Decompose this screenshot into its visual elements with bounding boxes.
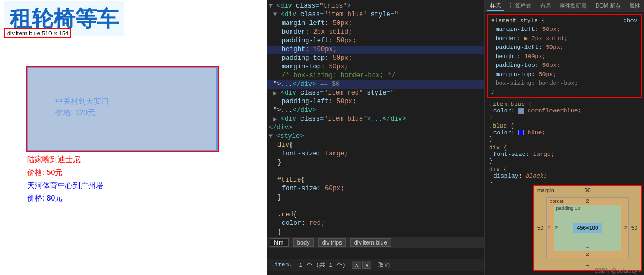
code-line: }: [267, 159, 484, 167]
padding-bottom-dash: −: [586, 245, 589, 250]
item-blue-text: 中关村到天安门 价格: 120元: [55, 96, 216, 118]
border-left-val: 2: [548, 225, 551, 230]
tab-dom-breakpoints[interactable]: DOM 断点: [592, 1, 624, 11]
padding-left-val: 2: [555, 225, 558, 230]
tab-styles[interactable]: 样式: [487, 1, 504, 11]
element-size-label: div.item.blue 510 × 154: [4, 28, 71, 38]
css-props-list: margin-left: 50px; border: ▶ 2px solid; …: [491, 25, 637, 88]
element-style-header: element.style { :hov: [491, 17, 637, 24]
css-prop-height: height: 100px;: [496, 52, 637, 61]
css-prop-box-sizing: box-sizing: border-box;: [496, 79, 637, 88]
code-line: padding-left: 50px;: [267, 98, 484, 107]
tab-body[interactable]: body: [293, 238, 314, 247]
code-line: padding-top: 50px;: [267, 54, 484, 63]
margin-top-val: 50: [584, 188, 590, 193]
element-style-section: element.style { :hov margin-left: 50px; …: [487, 14, 642, 98]
arrow-icon: ▶: [273, 89, 280, 97]
margin-left-val: 50: [537, 225, 543, 231]
code-line: ▼ <div class="item blue" style=": [267, 11, 484, 20]
tab-div-item-blue[interactable]: div.item.blue: [350, 238, 391, 247]
css-prop-padding-left: padding-left: 50px;: [496, 43, 637, 52]
code-line: ">...</div> == $0: [267, 80, 484, 89]
tab-layout[interactable]: 布局: [537, 1, 554, 11]
code-line: ▼ <div class="trips">: [267, 2, 484, 11]
devtools-styles-panel: 样式 计算样式 布局 事件监听器 DOM 断点 属性 element.style…: [484, 0, 644, 275]
code-line: #title {: [267, 176, 484, 185]
box-model-diagram: margin 50 50 50 border 2 2 padding 50 2 …: [533, 185, 642, 271]
border-right-val: 2: [624, 225, 627, 230]
tab-properties[interactable]: 属性: [626, 1, 643, 11]
hov-button[interactable]: :hov: [623, 17, 637, 24]
code-lines: ▼ <div class="trips"> ▼ <div class="item…: [267, 0, 484, 239]
css-prop-border: border: ▶ 2px solid;: [496, 34, 637, 43]
arrow-icon: ▼: [273, 11, 280, 18]
code-line: height: 100px;: [267, 46, 484, 54]
margin-label: margin: [537, 188, 554, 193]
nav-up-button[interactable]: ∧: [352, 261, 361, 269]
code-line: .red {: [267, 211, 484, 220]
devtools-tab-bar: 样式 计算样式 布局 事件监听器 DOM 断点 属性: [485, 0, 644, 12]
breadcrumb-text: .item.: [271, 261, 293, 268]
css-rule-div-fontsize: div { font-size: large; }: [485, 143, 644, 165]
tab-computed[interactable]: 计算样式: [506, 1, 535, 11]
code-line: ▼ <style>: [267, 133, 484, 141]
code-line: border: 2px solid;: [267, 28, 484, 37]
item-red: 陆家嘴到迪士尼 价格: 50元: [0, 153, 267, 179]
item-blue2: 天河体育中心到广州塔 价格: 80元: [0, 179, 267, 205]
margin-bottom-val: −: [586, 262, 589, 268]
code-line: [267, 167, 484, 176]
margin-right-val: 50: [631, 225, 637, 231]
css-rule-div-display: div { display: block; }: [485, 165, 644, 187]
code-line: margin-top: 50px;: [267, 63, 484, 72]
content-size: 456×100: [573, 223, 601, 233]
tab-div-trips[interactable]: div.trips: [318, 238, 346, 247]
arrow-icon: ▼: [269, 2, 275, 10]
padding-label: padding 50: [556, 205, 580, 211]
code-line: margin-left: 50px;: [267, 20, 484, 28]
code-line: color: red;: [267, 220, 484, 228]
border-label: border: [550, 198, 564, 204]
code-line: /* box-sizing: border-box; */: [267, 72, 484, 80]
nav-down-button[interactable]: ∨: [362, 261, 371, 269]
code-line: font-size: large;: [267, 150, 484, 159]
css-prop-margin-left: margin-left: 50px;: [496, 25, 637, 34]
code-line: div {: [267, 141, 484, 150]
status-count: 1 个 (共 1 个): [299, 261, 346, 269]
code-line: [267, 202, 484, 211]
file-tabs-bar: html body div.trips div.item.blue: [267, 237, 484, 248]
css-rule-blue: .blue { color: blue; }: [485, 122, 644, 143]
tab-event-listeners[interactable]: 事件监听器: [556, 1, 590, 11]
tab-html[interactable]: html: [270, 238, 289, 247]
code-editor: ▼ <div class="trips"> ▼ <div class="item…: [267, 0, 484, 275]
code-line: padding-left: 50px;: [267, 37, 484, 46]
code-line: ▶ <div class="item blue">...</div>: [267, 115, 484, 124]
css-prop-padding-top: padding-top: 50px;: [496, 61, 637, 70]
webpage-preview: 租轮椅等车 div.item.blue 510 × 154 中关村到天安门 价格…: [0, 0, 267, 275]
border-bottom-val: 2: [586, 252, 589, 257]
css-prop-margin-top: margin-top: 50px;: [496, 70, 637, 79]
cancel-button[interactable]: 取消: [378, 261, 390, 269]
code-line: </div>: [267, 124, 484, 133]
watermark: CSDN @polarday✦: [592, 267, 644, 275]
code-line: }: [267, 193, 484, 202]
nav-arrows: ∧ ∨: [352, 261, 371, 269]
border-top-val: 2: [586, 198, 589, 204]
code-line: ▶ <div class="item red" style=": [267, 89, 484, 98]
css-rule-item-blue: .item.blue { color: cornflowerblue; }: [485, 100, 644, 122]
code-tag: <div class="item blue" style=": [281, 11, 398, 18]
status-bar: .item. 1 个 (共 1 个) ∧ ∨ 取消: [267, 259, 484, 271]
code-line: ">...</div>: [267, 107, 484, 115]
code-line: font-size: 60px;: [267, 185, 484, 193]
code-line: }: [267, 228, 484, 237]
code-tag: <div class="trips">: [276, 2, 351, 10]
